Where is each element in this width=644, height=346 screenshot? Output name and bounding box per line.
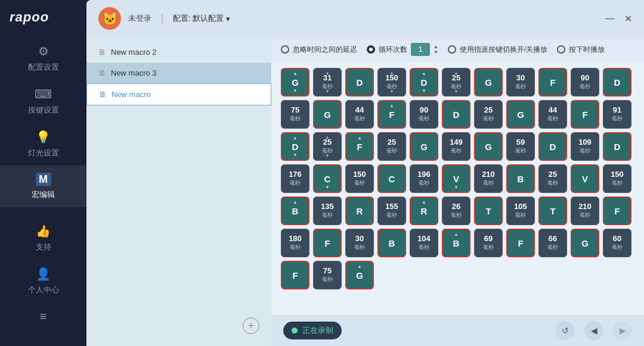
delay-tile-60-5-10[interactable]: 60毫秒	[603, 229, 631, 257]
key-tile-F-5-7[interactable]: F	[506, 229, 535, 257]
key-tile-G-2-6[interactable]: G	[474, 132, 503, 161]
key-tile-G-2-4[interactable]: G	[410, 132, 438, 161]
delay-tile-150-3-2[interactable]: 150毫秒	[345, 164, 374, 193]
key-tile-V-3-5[interactable]: V▼	[442, 164, 470, 193]
delay-tile-75-1-0[interactable]: 75毫秒	[281, 100, 309, 129]
delay-tile-44-1-8[interactable]: 44毫秒	[538, 100, 567, 129]
loop-count-input[interactable]	[411, 43, 430, 56]
minimize-button[interactable]: —	[605, 13, 615, 24]
option-loop-count[interactable]: 循环次数 ▲ ▼	[367, 43, 438, 56]
delay-tile-105-4-7[interactable]: 105毫秒	[506, 197, 535, 225]
delay-tile-66-5-8[interactable]: 66毫秒	[538, 229, 567, 257]
key-tile-C-3-3[interactable]: C	[377, 164, 406, 193]
delay-tile-150-0-3[interactable]: ▲150毫秒▼	[377, 68, 406, 96]
key-tile-D-2-8[interactable]: D	[538, 132, 567, 161]
key-tile-D-2-0[interactable]: ▲D▼	[281, 132, 309, 161]
delay-tile-31-0-1[interactable]: ▲31毫秒▼	[313, 68, 342, 96]
delay-tile-210-3-6[interactable]: 210毫秒	[474, 164, 503, 193]
key-tile-G-0-0[interactable]: ▲G▼	[281, 68, 309, 96]
key-tile-D-0-2[interactable]: D	[345, 68, 374, 96]
sidebar-menu-btn[interactable]: ≡	[40, 303, 47, 331]
key-tile-F-0-8[interactable]: F	[538, 68, 567, 96]
macro-list-item-selected[interactable]: 🗎 New macro 3	[86, 63, 271, 83]
key-tile-C-3-1[interactable]: C▼	[313, 164, 342, 193]
option-toggle-play[interactable]: 使用指派按键切换开/关播放	[448, 45, 547, 55]
add-macro-button[interactable]: +	[243, 317, 259, 334]
key-tile-V-3-9[interactable]: V	[571, 164, 599, 193]
delay-tile-30-5-2[interactable]: 30毫秒	[345, 229, 374, 257]
key-tile-R-4-2[interactable]: R	[345, 197, 374, 225]
key-tile-D-1-5[interactable]: D	[442, 100, 470, 129]
spin-up-button[interactable]: ▲	[434, 45, 438, 49]
sidebar-item-keys[interactable]: ⌨ 按键设置	[0, 80, 86, 123]
config-selector[interactable]: 配置: 默认配置 ▾	[173, 13, 230, 24]
option-ignore-delay[interactable]: 忽略时间之间的延迟	[281, 45, 357, 55]
key-tile-D-0-4[interactable]: ▲D▼	[410, 68, 438, 96]
option-hold-play[interactable]: 按下时播放	[557, 45, 605, 55]
delay-tile-69-5-6[interactable]: 69毫秒	[474, 229, 503, 257]
delay-tile-104-5-4[interactable]: 104毫秒	[410, 229, 438, 257]
delay-tile-25-1-6[interactable]: 25毫秒	[474, 100, 503, 129]
key-tile-T-4-8[interactable]: T	[538, 197, 567, 225]
radio-loop-count[interactable]	[367, 45, 375, 54]
delay-tile-90-1-4[interactable]: 90毫秒	[410, 100, 438, 129]
key-tile-F-4-10[interactable]: F	[603, 197, 631, 225]
key-tile-G-1-7[interactable]: G	[506, 100, 535, 129]
key-tile-G-1-1[interactable]: G	[313, 100, 342, 129]
key-tile-F-6-0[interactable]: F	[281, 261, 309, 289]
sidebar-item-config[interactable]: ⚙ 配置设置	[0, 37, 86, 80]
delay-tile-150-3-10[interactable]: 150毫秒	[603, 164, 631, 193]
key-tile-G-0-6[interactable]: G	[474, 68, 503, 96]
key-tile-F-5-1[interactable]: F	[313, 229, 342, 257]
delay-tile-196-3-4[interactable]: 196毫秒	[410, 164, 438, 193]
macro-new-item[interactable]: 🗎 New macro	[86, 83, 271, 105]
key-tile-F-1-3[interactable]: ▲F	[377, 100, 406, 129]
delay-tile-25-2-1[interactable]: ▲25毫秒▼	[313, 132, 342, 161]
delay-tile-155-4-3[interactable]: 155毫秒	[377, 197, 406, 225]
radio-toggle-play[interactable]	[448, 45, 456, 54]
key-tile-B-5-5[interactable]: ▲B	[442, 229, 470, 257]
delay-tile-44-1-2[interactable]: 44毫秒	[345, 100, 374, 129]
key-tile-G-6-2[interactable]: ▲G	[345, 261, 374, 289]
delay-tile-180-5-0[interactable]: 180毫秒	[281, 229, 309, 257]
close-button[interactable]: ✕	[624, 13, 632, 24]
key-tile-B-5-3[interactable]: B	[377, 229, 406, 257]
radio-ignore-delay[interactable]	[281, 45, 289, 54]
sidebar-item-profile[interactable]: 👤 个人中心	[0, 260, 86, 303]
sidebar-item-support[interactable]: 👍 支持	[0, 217, 86, 260]
key-tile-G-5-9[interactable]: G	[571, 229, 599, 257]
delay-tile-25-2-3[interactable]: 25毫秒	[377, 132, 406, 161]
avatar[interactable]: 🐱	[98, 7, 121, 30]
delay-tile-25-3-8[interactable]: 25毫秒	[538, 164, 567, 193]
sidebar-item-macro[interactable]: M 宏编辑	[0, 166, 86, 207]
key-tile-F-2-2[interactable]: ▲F	[345, 132, 374, 161]
delay-tile-26-4-5[interactable]: 26毫秒	[442, 197, 470, 225]
delay-tile-210-4-9[interactable]: 210毫秒	[571, 197, 599, 225]
key-tile-D-2-10[interactable]: D	[603, 132, 631, 161]
delay-tile-75-6-1[interactable]: 75毫秒	[313, 261, 342, 289]
delay-tile-30-0-7[interactable]: 30毫秒	[506, 68, 535, 96]
macro-list-item[interactable]: 🗎 New macro 2	[86, 42, 271, 63]
key-tile-T-4-6[interactable]: T	[474, 197, 503, 225]
sidebar-item-light[interactable]: 💡 灯光设置	[0, 123, 86, 166]
delay-tile-149-2-5[interactable]: 149毫秒	[442, 132, 470, 161]
delay-tile-90-0-9[interactable]: 90毫秒	[571, 68, 599, 96]
key-tile-B-3-7[interactable]: B	[506, 164, 535, 193]
key-tile-F-1-9[interactable]: F	[571, 100, 599, 129]
prev-button[interactable]: ◀	[584, 321, 603, 340]
delay-tile-176-3-0[interactable]: 176毫秒	[281, 164, 309, 193]
delay-unit: 毫秒	[419, 179, 429, 187]
delay-tile-91-1-10[interactable]: 91毫秒	[603, 100, 631, 129]
delay-tile-59-2-7[interactable]: 59毫秒	[506, 132, 535, 161]
delay-tile-109-2-9[interactable]: 109毫秒	[571, 132, 599, 161]
refresh-button[interactable]: ↺	[556, 321, 575, 340]
key-tile-R-4-4[interactable]: ▲R	[410, 197, 438, 225]
key-tile-D-0-10[interactable]: D	[603, 68, 631, 96]
delay-tile-135-4-1[interactable]: 135毫秒	[313, 197, 342, 225]
spin-down-button[interactable]: ▼	[434, 50, 438, 55]
key-tile-B-4-0[interactable]: ▲B	[281, 197, 309, 225]
delay-arrow-down: ▼	[325, 153, 330, 158]
radio-hold-play[interactable]	[557, 45, 565, 54]
next-button[interactable]: ▶	[613, 321, 632, 340]
delay-tile-25-0-5[interactable]: ▲25毫秒▼	[442, 68, 470, 96]
